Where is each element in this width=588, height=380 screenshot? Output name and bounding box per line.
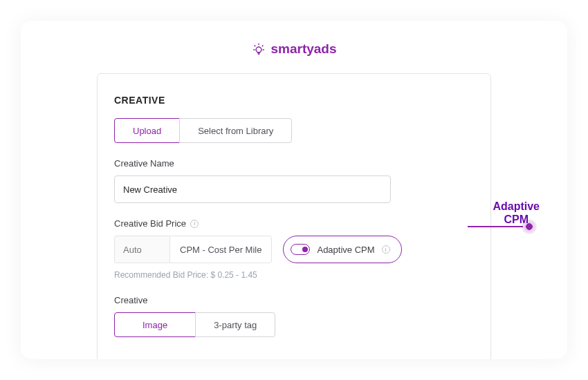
recommended-bid-hint: Recommended Bid Price: $ 0.25 - 1.45 [114,270,474,280]
bid-model-select[interactable]: CPM - Cost Per Mile [169,236,272,263]
creative-type-tabs: Image 3-party tag [114,312,474,337]
creative-type-label: Creative [114,295,474,305]
info-icon[interactable]: i [382,245,390,254]
creative-panel: CREATIVE Upload Select from Library Crea… [97,73,491,359]
brand-logo: smartyads [21,41,567,57]
creative-name-input[interactable] [114,175,391,203]
info-icon[interactable]: i [190,220,199,228]
adaptive-cpm-toggle[interactable]: Adaptive CPM i [283,236,401,263]
bid-price-group: CPM - Cost Per Mile [114,236,272,263]
adaptive-cpm-callout: AdaptiveCPM [468,219,537,234]
callout-text: AdaptiveCPM [493,200,540,226]
tab-image[interactable]: Image [114,312,196,337]
lightbulb-icon [251,41,266,57]
tab-3party-tag[interactable]: 3-party tag [195,312,275,337]
section-title: CREATIVE [114,95,474,106]
tab-upload[interactable]: Upload [114,118,180,143]
toggle-switch-icon [291,244,310,255]
source-tabs: Upload Select from Library [114,118,474,143]
creative-name-label: Creative Name [114,158,474,169]
tab-select-from-library[interactable]: Select from Library [179,118,292,143]
bid-price-label: Creative Bid Price i [114,218,474,229]
bid-auto-input[interactable] [114,236,169,263]
brand-name: smartyads [270,41,336,57]
svg-point-0 [257,47,262,53]
